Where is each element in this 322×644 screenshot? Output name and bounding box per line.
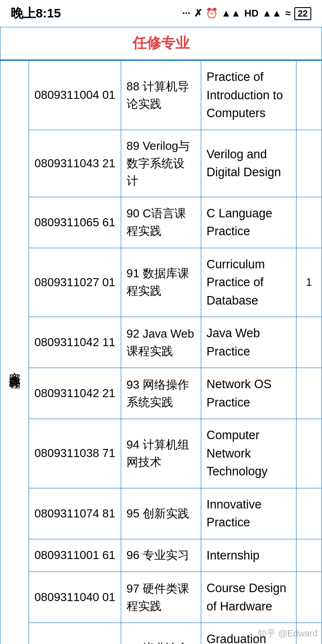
course-code: 0809311042 11 bbox=[29, 317, 121, 368]
course-extra bbox=[296, 539, 322, 572]
table-wrap: 实践类课程0809311004 0188 计算机导论实践Practice of … bbox=[0, 60, 322, 644]
course-extra bbox=[296, 197, 322, 248]
table-row: 0809311074 8195 创新实践Innovative Practice bbox=[0, 488, 322, 539]
course-zh-name: 89 Verilog与数字系统设计 bbox=[121, 130, 201, 197]
bluetooth-icon: ✗ bbox=[194, 8, 202, 19]
course-en-name: Computer Network Technology bbox=[201, 419, 296, 488]
wifi-icon: ≈ bbox=[285, 8, 291, 19]
course-en-name: Network OS Practice bbox=[201, 368, 296, 419]
course-zh-name: 98 毕业论文 bbox=[121, 623, 201, 644]
course-extra bbox=[296, 419, 322, 488]
status-bar: 晚上8:15 ··· ✗ ⏰ ▲▲ HD ▲▲ ≈ 22 bbox=[0, 0, 322, 27]
course-extra bbox=[296, 317, 322, 368]
course-en-name: Internship bbox=[201, 539, 296, 572]
battery-icon: 22 bbox=[294, 7, 311, 20]
course-en-name: C Language Practice bbox=[201, 197, 296, 248]
course-extra bbox=[296, 488, 322, 539]
course-zh-name: 88 计算机导论实践 bbox=[121, 61, 201, 130]
table-row: 实践类课程0809311004 0188 计算机导论实践Practice of … bbox=[0, 61, 322, 130]
section-header: 任修专业 bbox=[0, 27, 322, 60]
course-code: 0809311027 01 bbox=[29, 248, 121, 317]
course-code: 0809311038 71 bbox=[29, 419, 121, 488]
watermark: 知乎 @Edward bbox=[258, 627, 318, 640]
table-row: 0809311001 6196 专业实习Internship bbox=[0, 539, 322, 572]
course-en-name: Innovative Practice bbox=[201, 488, 296, 539]
course-en-name: Verilog and Digital Design bbox=[201, 130, 296, 197]
signal-dots-icon: ··· bbox=[182, 8, 190, 19]
table-row: 0809311065 6190 C语言课程实践C Language Practi… bbox=[0, 197, 322, 248]
course-extra: 1 bbox=[296, 248, 322, 317]
course-en-name: Practice of Introduction to Computers bbox=[201, 61, 296, 130]
course-zh-name: 90 C语言课程实践 bbox=[121, 197, 201, 248]
course-code: 0809311004 01 bbox=[29, 61, 121, 130]
courses-table: 实践类课程0809311004 0188 计算机导论实践Practice of … bbox=[0, 60, 322, 644]
course-extra bbox=[296, 368, 322, 419]
signal-bars2-icon: ▲▲ bbox=[262, 8, 282, 19]
course-code: 0809311042 21 bbox=[29, 368, 121, 419]
course-en-name: Java Web Practice bbox=[201, 317, 296, 368]
table-row: 0809311027 0191 数据库课程实践Curriculum Practi… bbox=[0, 248, 322, 317]
course-extra bbox=[296, 61, 322, 130]
status-time: 晚上8:15 bbox=[11, 5, 61, 22]
course-zh-name: 94 计算机组网技术 bbox=[121, 419, 201, 488]
hd-icon: HD bbox=[244, 8, 258, 19]
course-zh-name: 93 网络操作系统实践 bbox=[121, 368, 201, 419]
course-code: 0809311040 01 bbox=[29, 572, 121, 623]
signal-bars-icon: ▲▲ bbox=[221, 8, 241, 19]
course-zh-name: 95 创新实践 bbox=[121, 488, 201, 539]
course-zh-name: 92 Java Web课程实践 bbox=[121, 317, 201, 368]
course-zh-name: 91 数据库课程实践 bbox=[121, 248, 201, 317]
course-en-name: Course Design of Hardware bbox=[201, 572, 296, 623]
course-code: 0809311074 81 bbox=[29, 488, 121, 539]
course-zh-name: 96 专业实习 bbox=[121, 539, 201, 572]
table-row: 0809311042 1192 Java Web课程实践Java Web Pra… bbox=[0, 317, 322, 368]
table-row: 0809311042 2193 网络操作系统实践Network OS Pract… bbox=[0, 368, 322, 419]
course-code: 0809311043 21 bbox=[29, 130, 121, 197]
course-zh-name: 97 硬件类课程实践 bbox=[121, 572, 201, 623]
category-cell: 实践类课程 bbox=[0, 61, 29, 644]
course-en-name: Curriculum Practice of Database bbox=[201, 248, 296, 317]
course-extra bbox=[296, 130, 322, 197]
alarm-icon: ⏰ bbox=[206, 8, 218, 19]
course-code: 0809311079 11 bbox=[29, 623, 121, 644]
table-row: 0809311043 2189 Verilog与数字系统设计Verilog an… bbox=[0, 130, 322, 197]
course-code: 0809311065 61 bbox=[29, 197, 121, 248]
course-code: 0809311001 61 bbox=[29, 539, 121, 572]
table-row: 0809311038 7194 计算机组网技术Computer Network … bbox=[0, 419, 322, 488]
course-extra bbox=[296, 572, 322, 623]
status-icons: ··· ✗ ⏰ ▲▲ HD ▲▲ ≈ 22 bbox=[182, 7, 311, 20]
table-row: 0809311040 0197 硬件类课程实践Course Design of … bbox=[0, 572, 322, 623]
